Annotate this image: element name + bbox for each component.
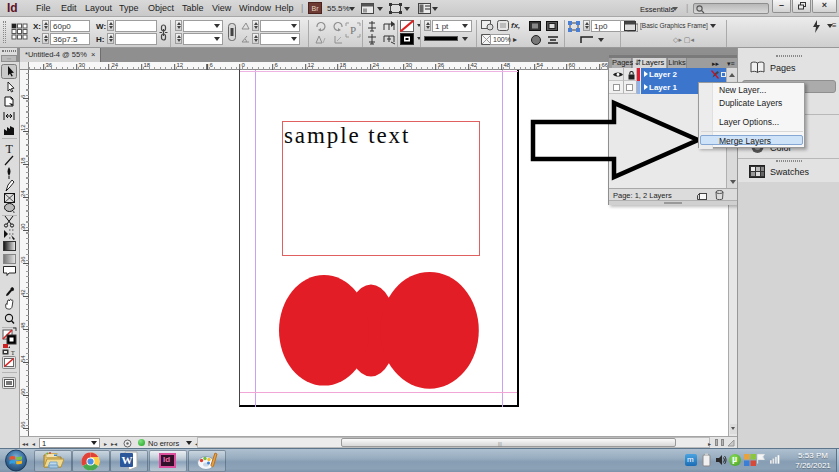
svg-text:P: P xyxy=(350,24,356,36)
svg-text:W: W xyxy=(122,454,133,466)
svg-text:T: T xyxy=(6,142,14,156)
svg-text:T: T xyxy=(11,350,15,356)
